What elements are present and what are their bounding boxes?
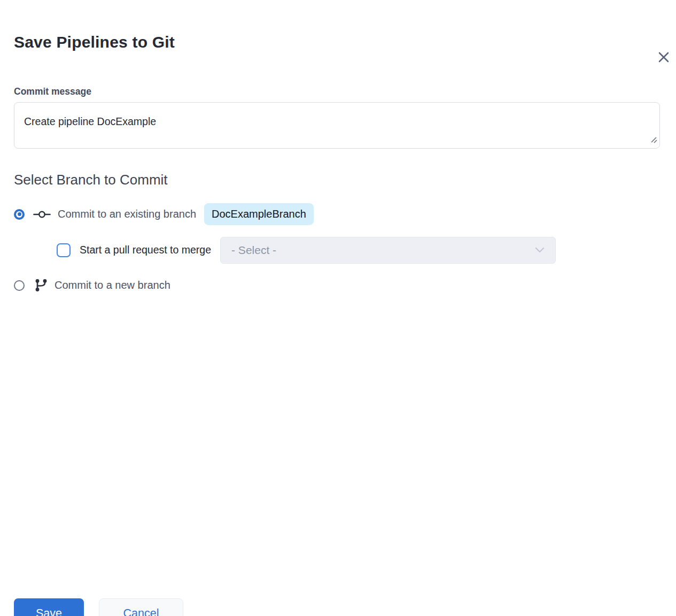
git-branch-icon [34,278,48,292]
close-icon [658,51,670,63]
commit-message-wrap: Create pipeline DocExample [14,102,660,149]
commit-message-label: Commit message [14,86,660,97]
chevron-down-icon [535,247,545,253]
pull-request-checkbox[interactable] [57,243,71,257]
pull-request-row: Start a pull request to merge - Select - [14,237,660,264]
dialog-footer: Save Cancel [14,598,183,616]
new-branch-row: Commit to a new branch [14,276,660,295]
git-commit-icon [33,209,51,220]
merge-target-select[interactable]: - Select - [220,237,556,264]
new-branch-label[interactable]: Commit to a new branch [55,279,170,291]
commit-message-input[interactable]: Create pipeline DocExample [14,102,660,149]
pull-request-label[interactable]: Start a pull request to merge [80,244,211,256]
new-branch-radio[interactable] [14,280,25,291]
cancel-button[interactable]: Cancel [99,598,183,616]
existing-branch-row: Commit to an existing branch DocExampleB… [14,203,660,226]
radio-ring [16,211,22,218]
existing-branch-radio[interactable] [14,209,25,220]
close-button[interactable] [657,50,671,64]
branch-name-badge: DocExampleBranch [204,203,314,225]
existing-branch-label[interactable]: Commit to an existing branch [58,208,196,220]
save-pipelines-dialog: Save Pipelines to Git Commit message Cre… [0,32,676,616]
branch-section-heading: Select Branch to Commit [14,172,660,188]
radio-dot [18,212,21,216]
page-title: Save Pipelines to Git [14,32,660,52]
save-button[interactable]: Save [14,598,84,616]
select-placeholder: - Select - [231,244,276,257]
